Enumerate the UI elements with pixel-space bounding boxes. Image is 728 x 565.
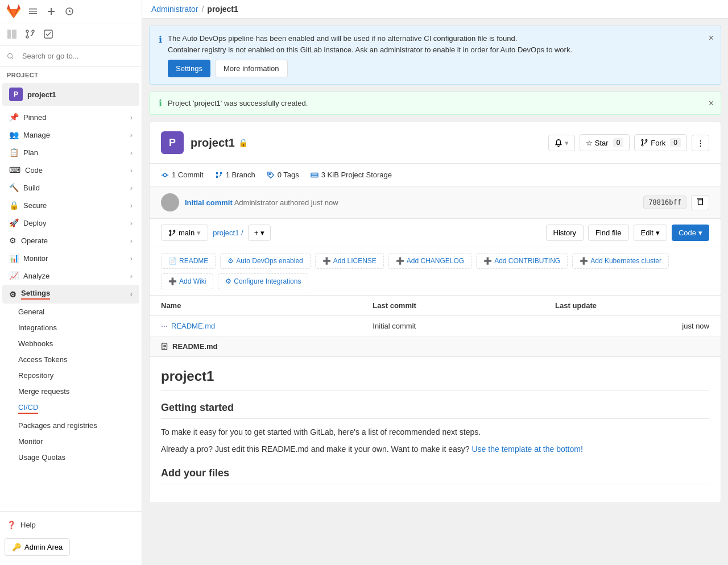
- code-btn[interactable]: Code ▾: [672, 225, 709, 241]
- info-icon: ℹ: [159, 34, 162, 45]
- readme-getting-started-heading: Getting started: [161, 402, 709, 419]
- code-label: Code: [25, 166, 43, 175]
- monitor-icon: 📊: [9, 254, 19, 263]
- sidebar-sub-packages[interactable]: Packages and registries: [2, 418, 139, 433]
- commit-author-avatar: [161, 193, 179, 211]
- search-input[interactable]: [18, 49, 135, 63]
- analyze-icon: 📈: [9, 271, 19, 280]
- license-label: Add LICENSE: [333, 257, 377, 265]
- sidebar-item-build[interactable]: 🔨 Build ›: [2, 179, 139, 196]
- file-icon: 📄: [168, 257, 177, 265]
- stat-commits[interactable]: 1 Commit: [161, 171, 204, 179]
- branch-selector: main ▾ project1 / + ▾: [161, 225, 271, 241]
- sidebar-sub-repository[interactable]: Repository: [2, 368, 139, 383]
- sidebar-sub-monitor[interactable]: Monitor: [2, 434, 139, 449]
- star-button[interactable]: ☆ Star 0: [580, 134, 630, 151]
- auto-devops-quick-label: Auto DevOps enabled: [236, 257, 303, 265]
- sidebar-item-plan[interactable]: 📋 Plan ›: [2, 144, 139, 161]
- branch-stat-icon: [215, 171, 223, 179]
- history-btn[interactable]: History: [546, 225, 584, 241]
- repo-path[interactable]: project1 /: [213, 229, 243, 237]
- analyze-arrow: ›: [130, 272, 133, 280]
- operate-icon: ⚙: [9, 236, 16, 245]
- svg-point-21: [167, 197, 173, 203]
- settings-button[interactable]: Settings: [168, 60, 210, 77]
- fork-icon: [640, 139, 648, 147]
- repo-controls: main ▾ project1 / + ▾ History Find file …: [150, 219, 721, 247]
- sidebar-panel-btn[interactable]: [5, 27, 19, 41]
- secure-label: Secure: [23, 201, 47, 210]
- add-kubernetes-btn[interactable]: ➕ Add Kubernetes cluster: [572, 253, 669, 269]
- readme-para-1: To make it easy for you to get started w…: [161, 426, 709, 438]
- add-changelog-btn[interactable]: ➕ Add CHANGELOG: [388, 253, 471, 269]
- merge-request-nav-btn[interactable]: [23, 27, 38, 41]
- configure-integrations-btn[interactable]: ⚙ Configure Integrations: [218, 273, 308, 289]
- sidebar-sub-general[interactable]: General: [2, 304, 139, 319]
- add-file-btn[interactable]: + ▾: [248, 225, 271, 241]
- readme-quick-btn[interactable]: 📄 README: [161, 253, 216, 269]
- fork-button[interactable]: Fork 0: [634, 134, 687, 151]
- sidebar-item-monitor[interactable]: 📊 Monitor ›: [2, 250, 139, 267]
- sidebar-sub-usage-quotas[interactable]: Usage Quotas: [2, 450, 139, 465]
- svg-point-11: [642, 139, 644, 141]
- file-name-cell: ⋯ README.md: [150, 316, 361, 336]
- add-license-btn[interactable]: ➕ Add LICENSE: [315, 253, 384, 269]
- sidebar-item-analyze[interactable]: 📈 Analyze ›: [2, 267, 139, 284]
- sidebar-item-secure[interactable]: 🔒 Secure ›: [2, 197, 139, 214]
- breadcrumb-parent[interactable]: Administrator: [151, 5, 198, 14]
- admin-area-button[interactable]: 🔑 Admin Area: [5, 538, 70, 556]
- sidebar-item-code[interactable]: ⌨ Code ›: [2, 161, 139, 178]
- svg-rect-0: [29, 9, 37, 10]
- success-close-btn[interactable]: ×: [709, 98, 714, 109]
- sidebar-item-operate[interactable]: ⚙ Operate ›: [2, 232, 139, 249]
- repo-actions: History Find file Edit ▾ Code ▾: [546, 225, 709, 241]
- monitor-arrow: ›: [130, 254, 133, 263]
- auto-devops-quick-btn[interactable]: ⚙ Auto DevOps enabled: [220, 253, 310, 269]
- issues-btn[interactable]: [63, 5, 76, 18]
- sidebar-item-deploy[interactable]: 🚀 Deploy ›: [2, 214, 139, 231]
- sidebar: Project P project1 📌 Pinned › 👥 Manage ›…: [0, 0, 142, 565]
- sidebar-sub-access-tokens[interactable]: Access Tokens: [2, 352, 139, 367]
- branch-icon: [168, 229, 176, 237]
- add-contributing-btn[interactable]: ➕ Add CONTRIBUTING: [476, 253, 568, 269]
- success-message: Project 'project1' was successfully crea…: [168, 99, 308, 107]
- readme-template-link[interactable]: Use the template at the bottom!: [472, 444, 583, 454]
- edit-btn[interactable]: Edit ▾: [634, 225, 667, 241]
- sidebar-sub-webhooks[interactable]: Webhooks: [2, 336, 139, 351]
- find-file-btn[interactable]: Find file: [588, 225, 629, 241]
- sidebar-sub-integrations[interactable]: Integrations: [2, 320, 139, 335]
- more-info-button[interactable]: More information: [215, 60, 288, 77]
- file-table: Name Last commit Last update ⋯ README.md…: [150, 296, 721, 336]
- project-actions: ▾ ☆ Star 0 Fork 0 ⋮: [548, 134, 709, 151]
- stat-storage: 3 KiB Project Storage: [311, 171, 392, 179]
- sidebar-project-item[interactable]: P project1: [2, 83, 139, 106]
- sidebar-item-pinned[interactable]: 📌 Pinned ›: [2, 109, 139, 126]
- more-options-btn[interactable]: ⋮: [692, 135, 709, 151]
- auto-devops-close-btn[interactable]: ×: [709, 33, 714, 43]
- sidebar-sub-cicd[interactable]: CI/CD: [2, 400, 139, 417]
- file-link[interactable]: ⋯ README.md: [161, 322, 350, 330]
- project-section-label: Project: [0, 67, 142, 81]
- quick-actions-bar: 📄 README ⚙ Auto DevOps enabled ➕ Add LIC…: [150, 247, 721, 296]
- sidebar-sub-merge-requests[interactable]: Merge requests: [2, 384, 139, 399]
- add-wiki-btn[interactable]: ➕ Add Wiki: [161, 273, 213, 289]
- stat-tags[interactable]: 0 Tags: [267, 171, 299, 179]
- file-table-header-row: Name Last commit Last update: [150, 296, 721, 316]
- branch-dropdown-btn[interactable]: main ▾: [161, 225, 208, 241]
- pinned-arrow: ›: [130, 113, 133, 122]
- sidebar-item-manage[interactable]: 👥 Manage ›: [2, 126, 139, 143]
- commit-time: authored just now: [280, 198, 338, 207]
- commit-title[interactable]: Initial commit: [185, 198, 233, 207]
- help-item[interactable]: ❓ Help: [0, 516, 142, 534]
- copy-hash-btn[interactable]: [691, 195, 709, 210]
- new-item-btn[interactable]: [44, 5, 58, 18]
- stat-branches[interactable]: 1 Branch: [215, 171, 255, 179]
- commit-hash: 78816bff: [643, 196, 686, 209]
- sidebar-item-settings[interactable]: ⚙ Settings ‹: [2, 285, 139, 304]
- notifications-btn[interactable]: ▾: [548, 135, 575, 151]
- sidebar-toggle-btn[interactable]: [26, 5, 40, 18]
- code-arrow: ›: [130, 166, 133, 175]
- wiki-label: Add Wiki: [179, 277, 206, 285]
- todos-nav-btn[interactable]: [41, 27, 56, 41]
- help-icon: ❓: [7, 521, 16, 529]
